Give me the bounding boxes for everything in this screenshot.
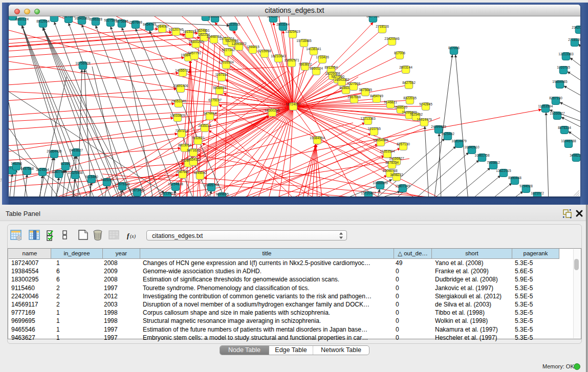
svg-text:10025458: 10025458 bbox=[68, 171, 83, 174]
svg-text:817006: 817006 bbox=[394, 51, 405, 55]
svg-text:9699695: 9699695 bbox=[215, 192, 229, 196]
svg-text:7632621: 7632621 bbox=[191, 136, 205, 140]
svg-text:10688609: 10688609 bbox=[373, 181, 388, 185]
svg-text:24099489: 24099489 bbox=[431, 125, 446, 128]
svg-text:10756928: 10756928 bbox=[75, 61, 91, 65]
svg-text:1615132: 1615132 bbox=[183, 30, 196, 33]
svg-text:8878334: 8878334 bbox=[558, 126, 571, 129]
svg-text:2803144: 2803144 bbox=[276, 23, 290, 26]
svg-text:7357224: 7357224 bbox=[175, 129, 188, 133]
svg-text:9463627: 9463627 bbox=[70, 148, 83, 152]
svg-text:10654112: 10654112 bbox=[186, 158, 201, 161]
svg-text:9457791: 9457791 bbox=[188, 51, 201, 55]
svg-text:14055721: 14055721 bbox=[175, 69, 190, 72]
svg-text:62160: 62160 bbox=[61, 162, 71, 165]
svg-text:746206: 746206 bbox=[11, 162, 22, 165]
svg-text:8660124: 8660124 bbox=[15, 17, 29, 21]
svg-text:1733426: 1733426 bbox=[316, 55, 329, 59]
svg-text:2367608: 2367608 bbox=[347, 95, 361, 99]
svg-text:16033809: 16033809 bbox=[170, 114, 185, 117]
svg-text:16914479: 16914479 bbox=[417, 118, 432, 121]
svg-text:7625402: 7625402 bbox=[441, 132, 454, 136]
svg-text:8427552: 8427552 bbox=[366, 16, 380, 18]
svg-text:13226058: 13226058 bbox=[47, 16, 62, 17]
svg-text:16154838: 16154838 bbox=[168, 182, 183, 186]
svg-text:8912954: 8912954 bbox=[324, 65, 338, 69]
svg-text:16543382: 16543382 bbox=[334, 78, 350, 81]
svg-text:817006: 817006 bbox=[448, 46, 460, 50]
svg-text:2718126: 2718126 bbox=[568, 38, 580, 41]
svg-text:2087682: 2087682 bbox=[176, 170, 189, 173]
svg-text:9794028: 9794028 bbox=[519, 184, 533, 188]
svg-text:9245052: 9245052 bbox=[193, 171, 207, 174]
svg-text:10046788: 10046788 bbox=[561, 139, 576, 143]
svg-text:16120746: 16120746 bbox=[168, 28, 184, 31]
svg-text:7625402: 7625402 bbox=[409, 113, 423, 116]
svg-text:14136141: 14136141 bbox=[306, 47, 321, 51]
svg-text:9227342: 9227342 bbox=[222, 48, 235, 52]
svg-text:15720407: 15720407 bbox=[361, 191, 376, 195]
svg-text:8454749: 8454749 bbox=[370, 94, 383, 98]
svg-text:29053346: 29053346 bbox=[171, 99, 186, 103]
svg-text:2718126: 2718126 bbox=[376, 25, 389, 28]
svg-text:9242845: 9242845 bbox=[267, 16, 280, 18]
svg-text:12213967: 12213967 bbox=[160, 191, 175, 195]
svg-text:9115460: 9115460 bbox=[85, 175, 98, 179]
svg-text:19166827: 19166827 bbox=[550, 112, 565, 115]
svg-text:1167534: 1167534 bbox=[215, 73, 228, 76]
svg-text:16210643: 16210643 bbox=[271, 54, 286, 58]
svg-text:16640910: 16640910 bbox=[464, 145, 480, 149]
svg-text:2935114: 2935114 bbox=[198, 124, 211, 127]
svg-text:19166827: 19166827 bbox=[389, 157, 404, 160]
svg-text:16495798: 16495798 bbox=[204, 183, 219, 187]
svg-text:1621072: 1621072 bbox=[531, 191, 544, 195]
svg-text:8186328: 8186328 bbox=[89, 17, 102, 21]
svg-text:10807487: 10807487 bbox=[51, 170, 67, 173]
svg-text:7485063: 7485063 bbox=[100, 178, 114, 182]
svg-text:1588520: 1588520 bbox=[394, 105, 407, 109]
svg-text:9242845: 9242845 bbox=[419, 102, 432, 106]
svg-text:7663822: 7663822 bbox=[298, 62, 312, 66]
svg-text:8471626: 8471626 bbox=[187, 148, 200, 152]
svg-text:16543382: 16543382 bbox=[74, 16, 90, 20]
svg-text:3875685: 3875685 bbox=[359, 88, 372, 92]
svg-text:8322035: 8322035 bbox=[227, 23, 240, 26]
svg-text:11353594: 11353594 bbox=[380, 149, 395, 153]
svg-text:9474444: 9474444 bbox=[203, 112, 216, 115]
svg-text:5938923: 5938923 bbox=[213, 86, 226, 90]
svg-text:13524851: 13524851 bbox=[194, 29, 210, 32]
svg-text:13622015: 13622015 bbox=[496, 169, 511, 172]
svg-text:3498222: 3498222 bbox=[570, 154, 580, 157]
svg-text:8990448: 8990448 bbox=[508, 176, 521, 180]
svg-text:8813054: 8813054 bbox=[178, 143, 191, 147]
svg-text:9327508: 9327508 bbox=[347, 82, 360, 85]
svg-text:17016504: 17016504 bbox=[219, 60, 234, 64]
svg-text:23420046: 23420046 bbox=[384, 37, 400, 40]
svg-text:10961758: 10961758 bbox=[474, 154, 490, 157]
svg-text:2803144: 2803144 bbox=[399, 65, 412, 69]
svg-text:12213383: 12213383 bbox=[558, 52, 574, 56]
svg-text:1010755: 1010755 bbox=[367, 127, 381, 130]
svg-text:10973493: 10973493 bbox=[129, 188, 145, 192]
svg-text:8427552: 8427552 bbox=[402, 81, 416, 84]
svg-text:1010755: 1010755 bbox=[557, 65, 570, 69]
svg-text:8912954: 8912954 bbox=[36, 19, 50, 23]
svg-text:3875685: 3875685 bbox=[115, 19, 128, 23]
svg-text:8215958: 8215958 bbox=[258, 49, 271, 53]
svg-text:18300295: 18300295 bbox=[265, 108, 280, 112]
svg-text:8878334: 8878334 bbox=[385, 161, 399, 164]
svg-text:8322035: 8322035 bbox=[403, 96, 417, 100]
svg-text:10046788: 10046788 bbox=[382, 169, 398, 172]
svg-text:3498222: 3498222 bbox=[390, 173, 403, 177]
svg-text:9327500: 9327500 bbox=[62, 16, 75, 18]
svg-text:11353594: 11353594 bbox=[538, 104, 553, 108]
svg-text:9146821: 9146821 bbox=[384, 100, 397, 104]
svg-text:15718485: 15718485 bbox=[296, 39, 312, 42]
svg-text:1244415: 1244415 bbox=[246, 45, 259, 49]
svg-text:20691406: 20691406 bbox=[173, 84, 188, 87]
svg-text:12213383: 12213383 bbox=[360, 117, 376, 120]
svg-text:12093872: 12093872 bbox=[231, 42, 247, 46]
svg-text:7955812: 7955812 bbox=[487, 161, 500, 164]
svg-text:9084067: 9084067 bbox=[156, 25, 169, 28]
svg-text:3624554: 3624554 bbox=[36, 168, 49, 171]
